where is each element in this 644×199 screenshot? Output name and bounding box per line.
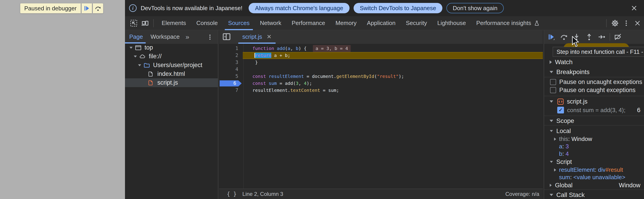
section-breakpoints[interactable]: Breakpoints [544, 68, 644, 77]
tree-item-file-[interactable]: file:// [125, 52, 218, 61]
tab-performance-insights[interactable]: Performance insights [471, 16, 545, 30]
tab-label: Memory [335, 20, 356, 27]
scope-section-label: Global [555, 182, 572, 189]
settings-button[interactable] [611, 19, 619, 28]
tab-label: Performance [292, 20, 325, 27]
checkbox[interactable] [550, 87, 556, 93]
resume-script-button[interactable] [82, 3, 92, 13]
device-toolbar-icon [141, 19, 149, 27]
line-number[interactable]: 4 [219, 66, 238, 73]
tree-item-top[interactable]: top [125, 43, 218, 52]
breakpoint-marker[interactable]: 6 [220, 80, 242, 86]
file-icon [148, 71, 155, 77]
code-line-6[interactable]: 6const sum = add(3, 4); [219, 80, 543, 87]
scope-entry-b[interactable]: b: 4 [544, 150, 644, 158]
scope-entry-resultelement[interactable]: resultElement: div#result [544, 166, 644, 173]
checkbox[interactable] [550, 79, 556, 85]
tab-performance[interactable]: Performance [286, 16, 330, 30]
expanded-arrow-icon [133, 55, 138, 58]
line-number[interactable]: 7 [219, 87, 238, 94]
code-editor[interactable]: 1function add(a, b) {a = 3, b = 42 retur… [219, 44, 543, 189]
tab-label: Security [406, 20, 427, 27]
checkbox-row-pause-on-uncaught-exceptions[interactable]: Pause on uncaught exceptions [544, 78, 644, 86]
tab-label: Performance insights [476, 20, 531, 27]
infobar-close-button[interactable] [630, 4, 638, 12]
code-token: = sum; [320, 88, 339, 93]
tab-console[interactable]: Console [191, 16, 223, 30]
breakpoint-entry[interactable]: ✓ const sum = add(3, 4); 6 [544, 106, 644, 114]
code-line-7[interactable]: 7resultElement.textContent = sum; [219, 87, 543, 94]
code-line-4[interactable]: 4 [219, 66, 543, 73]
tab-label: Elements [162, 20, 186, 27]
colon: : [562, 150, 565, 157]
tab-page[interactable]: Page [129, 30, 143, 44]
scope-section-script[interactable]: Script [544, 158, 644, 166]
close-icon [630, 4, 638, 12]
line-number[interactable]: 3 [219, 59, 238, 66]
more-options-button[interactable] [622, 19, 630, 28]
toggle-navigator-sidebar-button[interactable] [222, 32, 232, 42]
tree-item-script-js[interactable]: script.js [125, 78, 218, 87]
checkbox-row-pause-on-caught-exceptions[interactable]: Pause on caught exceptions [544, 86, 644, 94]
scope-entry-sum[interactable]: sum: <value unavailable> [544, 173, 644, 181]
switch-to-japanese-button[interactable]: Switch DevTools to Japanese [354, 3, 442, 13]
device-toolbar-button[interactable] [141, 19, 149, 28]
code-line-5[interactable]: 5const resultElement = document.getEleme… [219, 73, 543, 80]
devtools-close-button[interactable] [633, 19, 642, 28]
always-match-language-button[interactable]: Always match Chrome's language [248, 3, 349, 13]
section-divider [544, 96, 644, 96]
navigator-more-options-button[interactable] [206, 33, 213, 41]
debugger-controls [544, 30, 644, 44]
section-scope[interactable]: Scope [544, 117, 644, 125]
expanded-arrow-icon [550, 71, 553, 73]
call-stack-section-label: Call Stack [556, 191, 585, 198]
tree-item-index-html[interactable]: index.html [125, 70, 218, 78]
resume-icon [548, 33, 555, 41]
tab-memory[interactable]: Memory [330, 16, 362, 30]
mouse-cursor [572, 36, 579, 48]
collapsed-arrow-icon [550, 184, 552, 187]
resume-script-execution-button[interactable] [547, 33, 556, 41]
more-tabs-chevron[interactable]: » [186, 33, 189, 41]
line-number[interactable]: 1 [219, 45, 238, 52]
tab-security[interactable]: Security [401, 16, 432, 30]
tree-item-users-user-project[interactable]: Users/user/project [125, 61, 218, 70]
close-tab-icon[interactable]: ✕ [266, 33, 272, 40]
paused-in-debugger-overlay: Paused in debugger [20, 3, 103, 13]
code-line-3[interactable]: 3 } [219, 59, 543, 66]
step-button[interactable] [598, 33, 606, 41]
code-text: const resultElement = document.getElemen… [252, 73, 404, 80]
section-call-stack[interactable]: Call Stack [544, 190, 644, 199]
infobar-message: DevTools is now available in Japanese! [141, 5, 242, 12]
pretty-print-icon[interactable]: { } [227, 191, 236, 197]
tab-elements[interactable]: Elements [156, 16, 191, 30]
tab-application[interactable]: Application [362, 16, 400, 30]
deactivate-breakpoints-button[interactable] [614, 33, 622, 41]
scope-section-local[interactable]: Local [544, 127, 644, 135]
inspect-element-button[interactable] [130, 19, 138, 28]
dont-show-again-button[interactable]: Don't show again [446, 3, 504, 13]
scope-entry-this[interactable]: this: Window [544, 135, 644, 143]
breakpoint-file-group[interactable]: script.js [544, 97, 644, 106]
section-watch[interactable]: Watch [544, 58, 644, 67]
code-line-2[interactable]: 2 return a + b; [219, 52, 543, 59]
line-number[interactable]: 2 [219, 52, 238, 59]
step-over-overlay-button[interactable] [93, 3, 103, 13]
line-number[interactable]: 5 [219, 73, 238, 80]
code-line-1[interactable]: 1function add(a, b) {a = 3, b = 4 [219, 45, 543, 52]
tab-lighthouse[interactable]: Lighthouse [432, 16, 471, 30]
inline-eval-annotation: a = 3, b = 4 [313, 45, 351, 52]
colon: : [568, 135, 571, 142]
breakpoint-checkbox[interactable]: ✓ [557, 107, 564, 113]
tab-sources[interactable]: Sources [223, 16, 255, 30]
tab-network[interactable]: Network [255, 16, 286, 30]
tab-workspace[interactable]: Workspace [150, 30, 180, 44]
editor-tab-scriptjs[interactable]: script.js ✕ [238, 30, 276, 44]
scope-entry-a[interactable]: a: 3 [544, 143, 644, 150]
code-token: getElementById [336, 74, 374, 79]
property-name: a [559, 143, 562, 150]
step-out-button[interactable] [585, 33, 593, 41]
code-token: a [288, 46, 290, 51]
step-over-button[interactable] [560, 33, 568, 41]
scope-section-global[interactable]: GlobalWindow [544, 181, 644, 189]
